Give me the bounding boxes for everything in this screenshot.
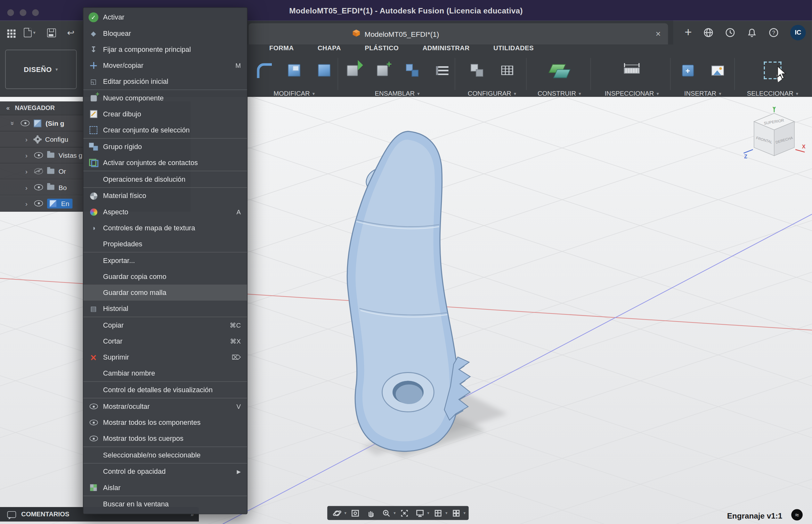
menu-item-mapa-textura[interactable]: Controles de mapa de textura	[83, 220, 247, 236]
group-label[interactable]: ENSAMBLAR▾	[375, 90, 419, 97]
tab-utilidades[interactable]: UTILIDADES	[493, 45, 534, 56]
menu-item-nuevo-componente[interactable]: Nuevo componente	[83, 90, 247, 106]
menu-item-mostrar-cuerpos[interactable]: Mostrar todos los cuerpos	[83, 430, 247, 446]
expand-icon[interactable]: »	[9, 120, 17, 127]
group-label[interactable]: CONFIGURAR▾	[468, 90, 516, 97]
chevron-right-icon[interactable]: ›	[23, 183, 30, 191]
add-tab-icon[interactable]: +	[685, 26, 692, 38]
menu-item-suprimir[interactable]: Suprimir⌦	[83, 349, 247, 365]
menu-item-mover-copiar[interactable]: Mover/copiarM	[83, 58, 247, 73]
fillet-icon[interactable]	[253, 59, 275, 82]
menu-item-detalles-visualizacion[interactable]: Control de detalles de visualización	[83, 382, 247, 398]
group-label[interactable]: INSERTAR▾	[684, 90, 721, 97]
menu-item-guardar-copia[interactable]: Guardar copia como	[83, 268, 247, 284]
undo-icon[interactable]: ↩	[67, 27, 74, 38]
avatar[interactable]: IC	[790, 25, 806, 40]
chevron-down-icon: ▾	[417, 91, 419, 96]
tab-chapa[interactable]: CHAPA	[318, 45, 341, 56]
bom-icon[interactable]	[431, 59, 454, 82]
visibility-eye-icon[interactable]	[21, 120, 30, 126]
save-icon[interactable]	[47, 28, 55, 37]
chevron-right-icon[interactable]: ›	[23, 135, 30, 143]
gear-icon	[35, 136, 40, 142]
group-label[interactable]: MODIFICAR▾	[273, 90, 315, 97]
visibility-eye-icon[interactable]	[34, 184, 43, 190]
pan-icon[interactable]	[364, 506, 378, 520]
menu-item-crear-conjunto-seleccion[interactable]: Crear conjunto de selección	[83, 122, 247, 138]
new-component-icon[interactable]	[371, 59, 394, 82]
menu-item-mostrar-ocultar[interactable]: Mostrar/ocultarV	[83, 398, 247, 414]
menu-item-cortar[interactable]: Cortar⌘X	[83, 333, 247, 349]
x-axis-label: X	[802, 144, 806, 149]
workspace-selector[interactable]: DISEÑO ▾	[5, 50, 77, 89]
shell-icon[interactable]	[283, 59, 305, 82]
document-tab-strip: ModeloMT05_EFDI*(1) ×	[243, 21, 673, 45]
viewcube[interactable]: SUPERIOR FRONTAL DERECHA Y Z X	[741, 106, 808, 168]
group-label[interactable]: INSPECCIONAR▾	[605, 90, 659, 97]
menu-item-fijar[interactable]: Fijar a componente principal	[83, 41, 247, 57]
collapse-panel-icon[interactable]: «	[6, 104, 10, 112]
new-file-icon[interactable]: ▾	[24, 28, 35, 37]
menu-item-copiar[interactable]: Copiar⌘C	[83, 317, 247, 333]
menu-item-mostrar-componentes[interactable]: Mostrar todos los componentes	[83, 414, 247, 430]
menu-item-aspecto[interactable]: AspectoA	[83, 204, 247, 220]
chevron-right-icon[interactable]: ›	[23, 199, 30, 207]
tab-forma[interactable]: FORMA	[269, 45, 294, 56]
display-settings-icon[interactable]	[413, 506, 427, 520]
menu-item-operaciones-disolucion[interactable]: Operaciones de disolución	[83, 171, 247, 187]
menu-item-conjuntos-contactos[interactable]: Activar conjuntos de contactos	[83, 155, 247, 171]
measure-icon[interactable]	[621, 59, 643, 82]
canvas-image-icon[interactable]	[706, 59, 729, 82]
menu-item-guardar-como-malla[interactable]: Guardar como malla	[83, 285, 247, 301]
look-at-icon[interactable]	[348, 506, 362, 520]
menu-item-editar-posicion[interactable]: Editar posición inicial	[83, 73, 247, 89]
help-icon[interactable]: ?	[768, 28, 779, 38]
menu-item-activar[interactable]: ✓Activar	[83, 9, 247, 25]
group-label[interactable]: SELECCIONAR▾	[747, 90, 798, 97]
insert-link-icon[interactable]	[341, 59, 363, 82]
visibility-eye-icon[interactable]	[34, 152, 43, 158]
group-label[interactable]: CONSTRUIR▾	[538, 90, 581, 97]
menu-item-bloquear[interactable]: Bloquear	[83, 25, 247, 41]
grid-icon[interactable]	[431, 506, 445, 520]
configurations-icon[interactable]	[465, 59, 488, 82]
insert-mesh-icon[interactable]: +	[676, 59, 699, 82]
viewports-icon[interactable]	[449, 506, 463, 520]
menu-item-control-opacidad[interactable]: Control de opacidad▶	[83, 463, 247, 479]
chevron-right-icon[interactable]: ›	[23, 151, 30, 159]
group-inspeccionar: INSPECCIONAR▾	[596, 55, 667, 100]
browser-icon[interactable]	[703, 28, 713, 38]
visibility-eye-off-icon[interactable]	[34, 168, 43, 174]
menu-item-buscar-ventana[interactable]: Buscar en la ventana	[83, 496, 247, 512]
document-tab[interactable]: ModeloMT05_EFDI*(1) ×	[249, 23, 668, 45]
joint-icon[interactable]	[401, 59, 424, 82]
zoom-icon[interactable]	[380, 506, 393, 520]
model-lever[interactable]	[347, 131, 470, 452]
menu-item-material-fisico[interactable]: Material físico	[83, 188, 247, 204]
notifications-icon[interactable]	[747, 28, 757, 38]
job-status-icon[interactable]: ≈	[791, 509, 803, 521]
close-tab-icon[interactable]: ×	[656, 29, 661, 38]
tree-row-label: Bo	[59, 183, 67, 191]
menu-item-grupo-rigido[interactable]: Grupo rígido	[83, 138, 247, 154]
drawing-icon	[89, 109, 99, 119]
tab-administrar[interactable]: ADMINISTRAR	[423, 45, 470, 56]
chevron-right-icon[interactable]: ›	[23, 167, 30, 175]
menu-item-seleccionable[interactable]: Seleccionable/no seleccionable	[83, 447, 247, 463]
menu-item-propiedades[interactable]: Propiedades	[83, 236, 247, 252]
new-component-icon	[89, 93, 99, 103]
apps-grid-icon[interactable]	[7, 29, 13, 35]
config-table-icon[interactable]	[496, 59, 519, 82]
menu-item-aislar[interactable]: Aislar	[83, 479, 247, 495]
menu-item-historial[interactable]: Historial	[83, 301, 247, 317]
tab-plastico[interactable]: PLÁSTICO	[365, 45, 399, 56]
fit-icon[interactable]	[398, 506, 411, 520]
menu-item-crear-dibujo[interactable]: Crear dibujo	[83, 106, 247, 122]
menu-item-cambiar-nombre[interactable]: Cambiar nombre	[83, 365, 247, 381]
recent-icon[interactable]	[725, 28, 735, 38]
orbit-icon[interactable]	[331, 506, 344, 520]
menu-item-exportar[interactable]: Exportar...	[83, 252, 247, 268]
visibility-eye-icon[interactable]	[34, 200, 43, 206]
construction-plane-icon[interactable]	[548, 59, 571, 82]
press-pull-icon[interactable]	[313, 59, 336, 82]
